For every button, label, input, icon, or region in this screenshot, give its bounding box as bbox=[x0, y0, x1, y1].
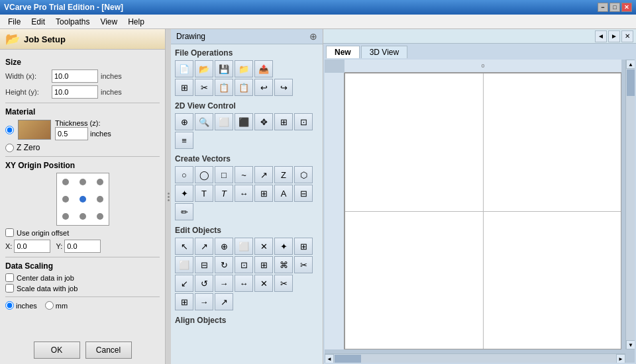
smooth-btn[interactable]: ↗ bbox=[215, 293, 233, 310]
x-value-input[interactable] bbox=[14, 240, 50, 253]
width-input[interactable] bbox=[52, 69, 98, 83]
xy-dot-br[interactable] bbox=[97, 213, 103, 220]
xy-dot-bc[interactable] bbox=[80, 213, 86, 220]
menu-view[interactable]: View bbox=[95, 16, 123, 28]
minimize-button[interactable]: − bbox=[598, 3, 608, 12]
scrollbar-bottom[interactable]: ◄ ► bbox=[325, 353, 625, 363]
paste-btn[interactable]: 📋 bbox=[235, 79, 253, 96]
close-button[interactable]: ✕ bbox=[621, 3, 632, 12]
align-btn[interactable]: ⬜ bbox=[235, 238, 253, 255]
chamfer-btn[interactable]: ↺ bbox=[195, 275, 213, 292]
scroll-up-btn[interactable]: ▲ bbox=[626, 60, 635, 69]
join-btn[interactable]: ↔ bbox=[235, 275, 253, 292]
export-btn[interactable]: 📤 bbox=[254, 60, 273, 77]
thickness-input[interactable] bbox=[55, 127, 88, 140]
new-file-btn[interactable]: 📄 bbox=[175, 60, 193, 77]
circle-btn[interactable]: ○ bbox=[175, 166, 193, 183]
pan-btn[interactable]: ✥ bbox=[254, 113, 273, 130]
zzero-radio-top[interactable] bbox=[5, 126, 14, 134]
dimension-btn[interactable]: ↔ bbox=[235, 185, 253, 202]
mm-radio[interactable] bbox=[45, 301, 54, 310]
draw-btn[interactable]: ✏ bbox=[175, 203, 193, 220]
xy-dot-bl[interactable] bbox=[62, 213, 69, 220]
array-btn[interactable]: ⊞ bbox=[175, 293, 193, 310]
scroll-down-btn[interactable]: ▼ bbox=[626, 340, 635, 349]
inches-radio[interactable] bbox=[5, 301, 14, 310]
scissors-btn[interactable]: ✂ bbox=[274, 275, 293, 292]
bitmap-btn[interactable]: ⊞ bbox=[254, 185, 273, 202]
zoom-in-btn[interactable]: 🔍 bbox=[195, 113, 213, 130]
weld-btn[interactable]: ⌘ bbox=[274, 256, 293, 273]
mm-radio-label[interactable]: mm bbox=[45, 301, 68, 310]
node-btn[interactable]: ↗ bbox=[195, 238, 213, 255]
rotate-btn[interactable]: ↻ bbox=[215, 256, 233, 273]
polygon-btn[interactable]: ⬡ bbox=[294, 166, 313, 183]
origin-offset-checkbox[interactable] bbox=[5, 228, 14, 237]
ellipse-btn[interactable]: ◯ bbox=[195, 166, 213, 183]
select-btn[interactable]: ↖ bbox=[175, 238, 193, 255]
transform-btn[interactable]: ⊕ bbox=[215, 238, 233, 255]
offset-btn[interactable]: ⊞ bbox=[254, 256, 273, 273]
view-extra-btn[interactable]: ≡ bbox=[175, 132, 193, 149]
inches-radio-label[interactable]: inches bbox=[5, 301, 37, 310]
height-input[interactable] bbox=[52, 85, 98, 99]
xy-dot-tc[interactable] bbox=[80, 179, 86, 185]
arc-btn[interactable]: ↗ bbox=[254, 166, 273, 183]
mirror-v-btn[interactable]: ⊟ bbox=[195, 256, 213, 273]
open-btn[interactable]: 📂 bbox=[195, 60, 213, 77]
redo-btn[interactable]: ↪ bbox=[274, 79, 293, 96]
ok-button[interactable]: OK bbox=[34, 341, 80, 359]
scroll-track-v[interactable] bbox=[626, 69, 635, 340]
save-btn[interactable]: 💾 bbox=[215, 60, 233, 77]
import-btn[interactable]: ⊞ bbox=[175, 79, 193, 96]
y-value-input[interactable] bbox=[64, 240, 101, 253]
boolean-btn[interactable]: ✕ bbox=[254, 275, 273, 292]
scale-btn[interactable]: ⊡ bbox=[235, 256, 253, 273]
xy-dot-mc[interactable] bbox=[80, 196, 86, 203]
zzero-radio-bottom[interactable] bbox=[5, 144, 14, 152]
scroll-track-h[interactable] bbox=[334, 354, 616, 363]
pin-icon[interactable]: ⊕ bbox=[309, 31, 317, 42]
xy-dot-tr[interactable] bbox=[97, 179, 103, 185]
next-view-btn[interactable]: ► bbox=[608, 30, 620, 42]
star-btn[interactable]: ✦ bbox=[175, 185, 193, 202]
left-splitter[interactable] bbox=[166, 29, 171, 364]
copy-btn[interactable]: 📋 bbox=[215, 79, 233, 96]
maximize-button[interactable]: □ bbox=[610, 3, 620, 12]
prev-view-btn[interactable]: ◄ bbox=[595, 30, 607, 42]
xy-dot-tl[interactable] bbox=[62, 179, 69, 185]
cut-btn[interactable]: ✂ bbox=[195, 79, 213, 96]
menu-file[interactable]: File bbox=[3, 16, 26, 28]
group-btn[interactable]: ✦ bbox=[274, 238, 293, 255]
menu-help[interactable]: Help bbox=[123, 16, 150, 28]
scale-data-checkbox[interactable] bbox=[5, 284, 14, 293]
table-btn[interactable]: ⊟ bbox=[294, 185, 313, 202]
menu-edit[interactable]: Edit bbox=[26, 16, 50, 28]
zoom-sel-btn[interactable]: ⊡ bbox=[294, 113, 313, 130]
xy-dot-ml[interactable] bbox=[62, 196, 69, 203]
rect-btn[interactable]: □ bbox=[215, 166, 233, 183]
scroll-thumb-v[interactable] bbox=[627, 69, 635, 96]
scrollbar-right[interactable]: ▲ ▼ bbox=[625, 60, 635, 349]
tab-new[interactable]: New bbox=[326, 46, 360, 58]
menu-toolpaths[interactable]: Toolpaths bbox=[50, 16, 95, 28]
scroll-right-btn[interactable]: ► bbox=[616, 354, 625, 363]
zigzag-btn[interactable]: Z bbox=[274, 166, 293, 183]
trim-btn[interactable]: ✂ bbox=[294, 256, 313, 273]
arttext-btn[interactable]: A bbox=[274, 185, 293, 202]
delete-btn[interactable]: ✕ bbox=[254, 238, 273, 255]
center-data-checkbox[interactable] bbox=[5, 273, 14, 282]
tab-3d[interactable]: 3D View bbox=[361, 46, 407, 58]
xy-dot-mr[interactable] bbox=[97, 196, 103, 203]
undo-btn[interactable]: ↩ bbox=[254, 79, 273, 96]
cancel-button[interactable]: Cancel bbox=[85, 341, 132, 359]
ungroup-btn[interactable]: ⊞ bbox=[294, 238, 313, 255]
zoom-fit-btn[interactable]: ⊕ bbox=[175, 113, 193, 130]
fillet-btn[interactable]: ↙ bbox=[175, 275, 193, 292]
scroll-left-btn[interactable]: ◄ bbox=[325, 354, 334, 363]
curve-btn[interactable]: → bbox=[195, 293, 213, 310]
mirror-h-btn[interactable]: ⬜ bbox=[175, 256, 193, 273]
close-view-btn[interactable]: ✕ bbox=[621, 30, 633, 42]
extend-btn[interactable]: → bbox=[215, 275, 233, 292]
scroll-thumb-h[interactable] bbox=[335, 355, 361, 363]
